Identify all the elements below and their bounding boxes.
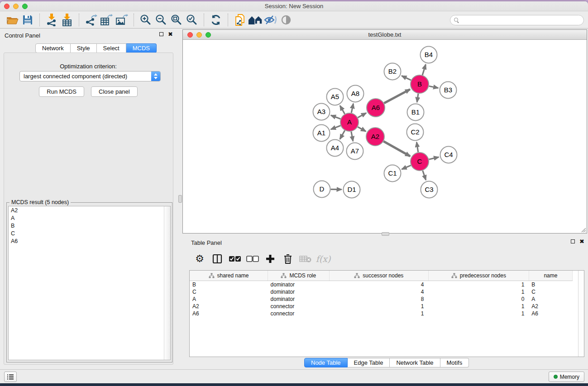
table-cell[interactable]: 4 (329, 288, 428, 295)
table-settings-button[interactable]: ⚙ (193, 252, 206, 266)
close-panel-icon[interactable]: ✖ (168, 32, 173, 37)
export-image-button[interactable] (114, 13, 129, 27)
edge-A2-C[interactable] (383, 141, 410, 156)
column-header-successor-nodes[interactable]: successor nodes (329, 271, 428, 281)
horizontal-splitter-grip[interactable] (382, 232, 389, 236)
table-cell[interactable]: 1 (428, 303, 529, 310)
table-cell[interactable]: connector (268, 303, 330, 310)
tab-edge-table[interactable]: Edge Table (348, 358, 390, 367)
edge-A-A1[interactable] (331, 126, 340, 129)
edge-A-A5[interactable] (340, 106, 344, 114)
table-cell[interactable]: B (529, 281, 572, 288)
node-D[interactable]: D (314, 181, 330, 198)
node-A4[interactable]: A4 (327, 140, 344, 157)
tab-select[interactable]: Select (97, 43, 126, 53)
import-network-button[interactable] (44, 13, 59, 27)
node-B4[interactable]: B4 (421, 47, 437, 63)
table-row[interactable]: Cdominator41C (190, 288, 573, 295)
node-C3[interactable]: C3 (421, 181, 438, 198)
node-A2[interactable]: A2 (366, 128, 384, 146)
table-cell[interactable]: dominator (268, 295, 330, 303)
vertical-splitter-grip[interactable] (178, 195, 182, 203)
table-cell[interactable]: 1 (428, 310, 529, 317)
table-row[interactable]: Adominator80A (190, 295, 573, 303)
table-cell[interactable]: 4 (329, 281, 428, 288)
table-cell[interactable]: dominator (268, 288, 330, 295)
select-all-button[interactable] (228, 252, 242, 266)
zoom-in-button[interactable] (138, 13, 153, 27)
node-A7[interactable]: A7 (347, 143, 363, 160)
mcds-result-item[interactable]: A6 (9, 237, 170, 245)
table-cell[interactable]: 1 (329, 303, 428, 310)
node-C[interactable]: C (411, 152, 429, 171)
edge-C-C1[interactable] (402, 165, 411, 169)
close-window-button[interactable] (4, 4, 10, 9)
node-A5[interactable]: A5 (327, 89, 344, 105)
edge-A-A7[interactable] (351, 132, 353, 141)
zoom-selected-button[interactable] (184, 13, 200, 27)
column-header-name[interactable]: name (529, 271, 572, 281)
node-B1[interactable]: B1 (407, 104, 424, 121)
table-cell[interactable]: 1 (428, 281, 529, 288)
node-B[interactable]: B (411, 75, 429, 93)
table-cell[interactable]: 8 (329, 295, 428, 303)
deselect-all-button[interactable] (246, 252, 259, 266)
node-A8[interactable]: A8 (347, 86, 364, 102)
table-cell[interactable]: dominator (268, 281, 330, 288)
table-cell[interactable]: 1 (329, 310, 428, 317)
edge-A-A3[interactable] (331, 115, 340, 119)
node-B2[interactable]: B2 (384, 63, 401, 80)
table-cell[interactable]: C (190, 288, 268, 295)
edge-A-A8[interactable] (351, 104, 353, 113)
close-panel-button[interactable]: Close panel (91, 86, 138, 97)
node-C2[interactable]: C2 (407, 124, 424, 141)
mcds-result-list[interactable]: A2ABCA6 (8, 206, 171, 360)
column-header-predecessor-nodes[interactable]: predecessor nodes (428, 271, 529, 281)
edge-B-B2[interactable] (402, 76, 411, 81)
task-history-button[interactable] (4, 372, 17, 382)
zoom-window-button[interactable] (22, 4, 28, 9)
network-close-button[interactable] (187, 32, 193, 38)
table-cell[interactable]: 1 (428, 288, 529, 295)
zoom-out-button[interactable] (153, 13, 169, 27)
column-header-shared-name[interactable]: shared name (190, 271, 268, 281)
edge-A-A6[interactable] (358, 113, 366, 118)
mcds-result-item[interactable]: A (9, 214, 170, 222)
table-cell[interactable]: A2 (190, 303, 268, 310)
table-row[interactable]: A2connector11A2 (190, 303, 573, 310)
import-table-button[interactable] (59, 13, 75, 27)
close-panel-icon[interactable]: ✖ (579, 239, 584, 244)
open-session-button[interactable] (5, 13, 20, 27)
export-network-button[interactable] (83, 13, 99, 27)
scrollbar-track[interactable] (164, 206, 170, 360)
tab-style[interactable]: Style (71, 43, 97, 53)
table-cell[interactable]: 0 (428, 295, 529, 303)
edge-A-A4[interactable] (340, 130, 345, 139)
node-A1[interactable]: A1 (313, 125, 330, 142)
delete-column-button[interactable] (281, 252, 295, 266)
table-cell[interactable]: B (190, 281, 268, 288)
edge-B-B3[interactable] (429, 86, 438, 88)
tab-node-table[interactable]: Node Table (304, 358, 348, 367)
node-C4[interactable]: C4 (440, 147, 457, 163)
show-graphics-button[interactable] (278, 13, 294, 27)
edge-A6-B[interactable] (384, 89, 410, 103)
edge-C-C2[interactable] (416, 142, 418, 152)
table-cell[interactable]: A6 (190, 310, 268, 317)
table-cell[interactable]: connector (268, 310, 330, 317)
node-D1[interactable]: D1 (344, 181, 360, 198)
memory-button[interactable]: Memory (549, 372, 584, 382)
node-B3[interactable]: B3 (440, 82, 457, 99)
table-row[interactable]: Bdominator41B (190, 281, 573, 288)
home-button[interactable] (248, 13, 263, 27)
table-cell[interactable]: A6 (529, 310, 572, 317)
mcds-result-item[interactable]: A2 (9, 206, 170, 214)
edge-C-C4[interactable] (429, 157, 439, 159)
tab-motifs[interactable]: Motifs (440, 358, 469, 367)
refresh-layout-button[interactable] (208, 13, 224, 27)
column-header-MCDS-role[interactable]: MCDS role (268, 271, 330, 281)
criterion-dropdown[interactable]: largest connected component (directed) (19, 71, 161, 81)
delete-table-button[interactable] (299, 252, 312, 266)
node-A[interactable]: A (340, 113, 359, 131)
network-zoom-button[interactable] (206, 32, 211, 38)
